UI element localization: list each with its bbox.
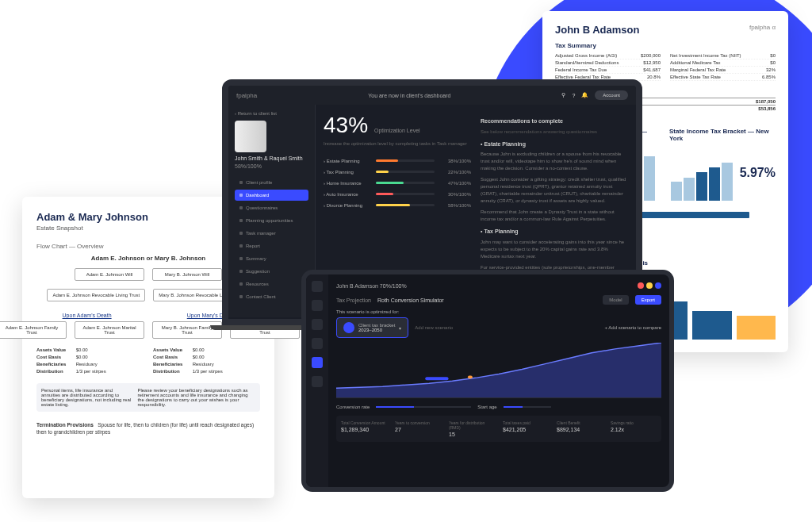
family-trust-a: Adam E. Johnson Family Trust — [0, 321, 67, 339]
asset-table-a: Assets Value $0.00 Cost Basis $0.00 Bene… — [36, 347, 144, 375]
breadcrumb-b: Roth Conversion Simulator — [377, 297, 444, 303]
client-name: John Smith & Raquel Smith — [235, 155, 308, 162]
export-button[interactable]: Export — [635, 295, 661, 305]
conversion-slider[interactable] — [376, 406, 471, 408]
client-progress: 58%/100% — [235, 163, 308, 169]
sidebar-item-resources[interactable]: Resources — [235, 278, 308, 290]
help-icon[interactable]: ? — [572, 93, 575, 98]
client-avatar — [235, 121, 266, 152]
rail-icon[interactable] — [312, 300, 323, 311]
breadcrumb-a[interactable]: Tax Projection — [336, 297, 371, 303]
chevron-down-icon: ▾ — [399, 325, 401, 331]
family-trust-b: Mary B. Johnson Family Trust — [152, 321, 222, 339]
flow-box-will-a: Adam E. Johnson Will — [75, 268, 144, 281]
scenario-icon — [343, 322, 354, 333]
progress-row: › Divorce Planning58%/100% — [324, 203, 471, 208]
footnote-box: Personal items, life insurance and annui… — [36, 383, 260, 412]
model-button[interactable]: Model — [603, 295, 628, 305]
optimization-sub: Increase the optimization level by compl… — [324, 141, 471, 148]
state-bracket-chart — [669, 145, 733, 201]
marital-trust-a: Adam E. Johnson Marital Trust — [75, 321, 144, 339]
roth-projection-chart — [336, 343, 661, 398]
tablet-user: John B Adamson 70%/100% — [336, 283, 407, 289]
stat-cell: Total Conversion Amount$1,289,340 — [341, 420, 387, 437]
scenario-line: This scenario is optimized for: — [336, 309, 661, 314]
search-icon[interactable]: ⚲ — [561, 92, 565, 98]
stat-cell: Total taxes paid$421,205 — [503, 420, 549, 437]
rail-icon[interactable] — [312, 281, 323, 292]
scenario-selector[interactable]: Client tax bracket 2023–2050 ▾ — [336, 317, 408, 338]
svg-rect-0 — [425, 377, 448, 380]
progress-row: › Estate Planning38%/100% — [324, 159, 471, 163]
state-rate-callout: 5.97% — [740, 166, 776, 180]
rail-icon[interactable] — [312, 338, 323, 349]
death-label-a: Upon Adam's Death — [63, 313, 112, 318]
sidebar-item-task-manager[interactable]: Task manager — [235, 228, 308, 239]
optimization-pct: 43% — [324, 113, 368, 137]
tablet-rail — [306, 274, 328, 487]
slider-label: Conversion rate — [336, 405, 370, 409]
bell-icon[interactable]: 🔔 — [581, 92, 588, 98]
stats-row: Total Conversion Amount$1,289,340Years t… — [336, 416, 661, 442]
tax-summary-heading: Tax Summary — [555, 42, 776, 49]
sidebar-item-report[interactable]: Report — [235, 240, 308, 251]
slider-group-2: Start age — [477, 405, 496, 409]
sidebar-item-contact-client[interactable]: Contact Client — [235, 291, 308, 302]
brand-logo: fpalpha — [236, 92, 257, 99]
tax-right-column: Net Investment Income Tax (NIIT)$0 Addit… — [670, 52, 776, 81]
sidebar-item-client-profile[interactable]: Client profile — [235, 177, 308, 188]
progress-row: › Auto Insurance30%/100% — [324, 192, 471, 197]
stat-cell: Savings ratio2.12x — [611, 420, 657, 437]
compare-button[interactable]: + Add scenario to compare — [604, 325, 661, 330]
add-scenario-link[interactable]: Add new scenario — [415, 325, 453, 330]
termination-provisions: Termination Provisions Spouse for life, … — [36, 421, 260, 436]
rail-icon[interactable] — [312, 376, 323, 387]
asset-table-b: Assets Value $0.00 Cost Basis $0.00 Bene… — [153, 347, 260, 375]
tablet-simulator: John B Adamson 70%/100% Tax Projection R… — [301, 270, 674, 492]
rail-icon[interactable] — [312, 319, 323, 330]
flow-box-will-b: Mary B. Johnson Will — [152, 268, 222, 281]
stat-cell: Years for distribution (RMD)15 — [449, 420, 495, 437]
rail-icon-active[interactable] — [312, 357, 323, 368]
sidebar-item-dashboard[interactable]: Dashboard — [235, 190, 308, 201]
stat-cell: Years to conversion27 — [395, 420, 441, 437]
sidebar-item-questionnaires[interactable]: Questionnaires — [235, 202, 308, 213]
svg-rect-1 — [468, 375, 473, 378]
progress-row: › Tax Planning22%/100% — [324, 170, 471, 175]
back-link[interactable]: ‹ Return to client list — [235, 111, 308, 116]
sidebar-item-suggestion[interactable]: Suggestion — [235, 266, 308, 277]
doc-title: John B Adamson — [555, 24, 776, 36]
status-dots — [638, 282, 661, 289]
tax-left-column: Adjusted Gross Income (AGI)$200,000 Stan… — [555, 52, 661, 81]
optimization-label: Optimization Level — [374, 128, 420, 133]
brand-logo: fpalpha α — [749, 24, 776, 31]
banner-message: You are now in client's dashboard — [368, 93, 450, 98]
progress-row: › Home Insurance47%/100% — [324, 181, 471, 186]
flow-box-trust-a: Adam E. Johnson Revocable Living Trust — [47, 289, 145, 301]
stat-cell: Client Benefit$892,134 — [557, 420, 603, 437]
age-slider[interactable] — [504, 406, 551, 408]
sidebar-item-planning-opportunities[interactable]: Planning opportunities — [235, 215, 308, 226]
sidebar-item-summary[interactable]: Summary — [235, 253, 308, 264]
account-button[interactable]: Account — [595, 90, 628, 100]
